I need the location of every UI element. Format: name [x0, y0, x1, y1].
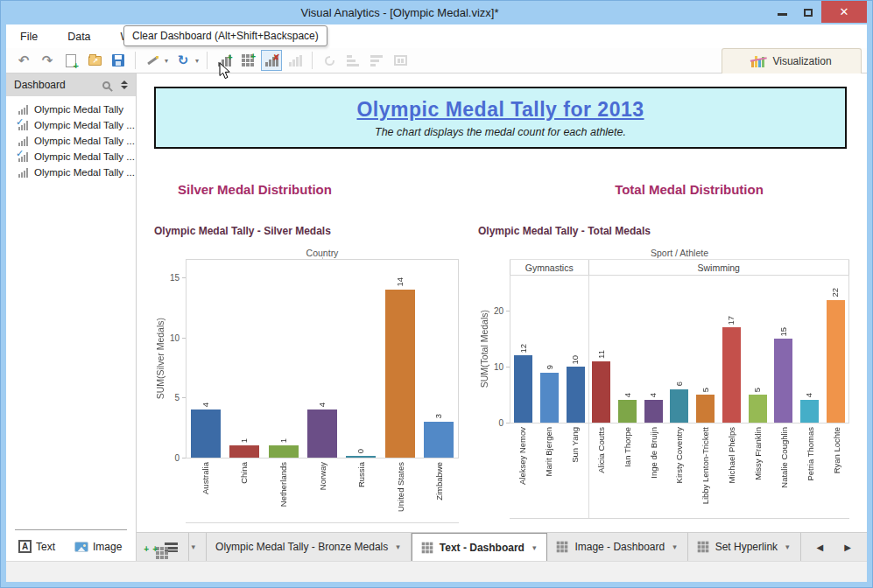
dashboard-canvas: Olympic Medal Tally for 2013 The chart d…	[137, 74, 867, 532]
swap-axes-button[interactable]	[319, 50, 340, 71]
tab-dropdown-arrow[interactable]: ▾	[785, 542, 790, 551]
new-file-button[interactable]	[60, 50, 81, 71]
tab-medals[interactable]: Medals ▾	[189, 533, 207, 561]
save-button[interactable]	[108, 50, 129, 71]
x-category: Libby Lenton-Trickett	[693, 424, 719, 518]
x-tick-label: Alicia Coutts	[596, 427, 606, 473]
tooltip-clear-dashboard: Clear Dashboard (Alt+Shift+Backspace)	[123, 25, 327, 46]
sort-ascending-button[interactable]	[342, 50, 363, 71]
visualization-tab[interactable]: Visualization	[722, 48, 862, 74]
sidebar-item-olympic-medal-tally-5[interactable]: Olympic Medal Tally ...	[6, 164, 136, 180]
tab-text-dashboard[interactable]: Text - Dashboard ▾	[412, 533, 548, 561]
visualization-icon	[751, 56, 766, 67]
y-axis-ticks: 01020	[490, 275, 510, 424]
y-tick-label: 10	[494, 362, 503, 372]
open-file-button[interactable]	[84, 50, 105, 71]
y-axis-ticks: 051015	[166, 259, 186, 458]
plot-area[interactable]: 41140143	[186, 259, 459, 458]
format-button[interactable]	[142, 50, 163, 71]
clear-dashboard-button[interactable]: ✘	[261, 50, 282, 71]
tab-scroll-left-button[interactable]: ◀	[817, 542, 824, 552]
bar-russia[interactable]: 0	[341, 260, 380, 458]
bar-libby-lenton-trickett[interactable]: 5	[693, 276, 719, 423]
undo-button[interactable]: ↶	[13, 50, 34, 71]
close-button[interactable]: ✕	[821, 1, 867, 23]
bar-petria-thomas[interactable]: 4	[797, 276, 823, 423]
bar-ryan-lochte[interactable]: 22	[822, 276, 848, 423]
total-medals-chart[interactable]: Sport / Athlete GymnasticsSwimming SUM(T…	[478, 248, 849, 519]
bar-value-label: 4	[623, 393, 632, 397]
bar-value-label: 9	[545, 365, 554, 369]
bar-value-label: 1	[278, 438, 288, 443]
bar-aleksey-nemov[interactable]: 12	[510, 276, 537, 423]
bar-united-states[interactable]: 14	[380, 260, 419, 458]
duplicate-worksheet-button[interactable]	[285, 50, 306, 71]
sidebar-item-olympic-medal-tally-3[interactable]: Olympic Medal Tally ...	[6, 133, 136, 149]
tab-dropdown-arrow[interactable]: ▾	[192, 542, 196, 551]
bar-norway[interactable]: 4	[303, 260, 341, 458]
toolbar-separator	[135, 52, 136, 69]
bar-natalie-coughlin[interactable]: 15	[771, 276, 797, 423]
search-icon[interactable]	[102, 81, 110, 89]
format-dropdown-arrow[interactable]: ▾	[165, 57, 168, 65]
tab-dropdown-arrow[interactable]: ▾	[396, 542, 400, 551]
x-tick-label: Natalie Coughlin	[779, 427, 789, 488]
presentation-icon	[394, 55, 407, 66]
x-category: China	[225, 458, 264, 522]
bar-netherlands[interactable]: 1	[264, 260, 303, 458]
x-category: Petria Thomas	[797, 424, 823, 518]
sidebar-item-olympic-medal-tally-2[interactable]: ✓ Olympic Medal Tally ...	[6, 117, 136, 133]
bar-sun-yang[interactable]: 10	[562, 276, 588, 423]
tab-bronze-medals[interactable]: Olympic Medal Tally - Bronze Medals ▾	[207, 533, 412, 561]
status-bar	[6, 561, 867, 582]
bar-alicia-coutts[interactable]: 11	[588, 276, 615, 423]
y-axis-label: SUM(Total Medals)	[478, 275, 490, 424]
x-tick-label: United States	[396, 462, 405, 512]
bar-kirsty-coventry[interactable]: 6	[666, 276, 693, 423]
bar-michael-phelps[interactable]: 17	[719, 276, 745, 423]
presentation-button[interactable]	[390, 50, 411, 71]
menu-file[interactable]: File	[17, 29, 41, 45]
bar-value-label: 4	[201, 402, 210, 407]
worksheet-checked-icon: ✓	[18, 152, 29, 162]
tab-label: Set Hyperlink	[715, 541, 778, 553]
sidebar-item-olympic-medal-tally-4[interactable]: ✓ Olympic Medal Tally ...	[6, 149, 136, 164]
silver-medals-chart[interactable]: Country SUM(Silver Medals) 051015 411401…	[154, 248, 459, 523]
refresh-dropdown-arrow[interactable]: ▾	[195, 57, 199, 65]
add-worksheet-button[interactable]: +	[214, 50, 235, 71]
sort-toggle-icon[interactable]	[121, 80, 128, 89]
maximize-button[interactable]	[795, 1, 821, 24]
image-tool-button[interactable]: Image	[74, 541, 122, 553]
dashboard-banner[interactable]: Olympic Medal Tally for 2013 The chart d…	[154, 87, 847, 149]
y-tick-label: 0	[174, 453, 180, 463]
tab-scroll-right-button[interactable]: ▶	[844, 542, 851, 552]
sidebar-item-olympic-medal-tally-1[interactable]: Olympic Medal Tally	[6, 102, 136, 117]
sort-descending-button[interactable]	[366, 50, 387, 71]
x-tick-label: Russia	[356, 462, 366, 487]
bar-missy-franklin[interactable]: 5	[744, 276, 771, 423]
minimize-button[interactable]	[769, 1, 795, 24]
tab-dropdown-arrow[interactable]: ▾	[672, 542, 677, 551]
text-tool-button[interactable]: A Text	[18, 540, 55, 553]
tab-image-dashboard[interactable]: Image - Dashboard ▾	[547, 533, 687, 561]
bar-value-label: 1	[239, 438, 249, 443]
menu-data[interactable]: Data	[64, 29, 94, 45]
bar-australia[interactable]: 4	[187, 260, 225, 458]
add-dashboard-button[interactable]: +	[237, 50, 258, 71]
bar-china[interactable]: 1	[225, 260, 264, 458]
bar-inge-de-bruijn[interactable]: 4	[640, 276, 666, 423]
bar-ian-thorpe[interactable]: 4	[615, 276, 641, 423]
bar-marit-bjergen[interactable]: 9	[537, 276, 563, 423]
bar-zimbabwe[interactable]: 3	[419, 260, 458, 458]
plot-area[interactable]: 1291011446517515422	[510, 275, 849, 424]
refresh-button[interactable]: ↻	[172, 50, 194, 71]
chart-title-silver: Olympic Medal Tally - Silver Medals	[154, 225, 331, 237]
tab-dropdown-arrow[interactable]: ▾	[532, 543, 537, 552]
redo-button[interactable]: ↷	[37, 50, 58, 71]
x-category: Michael Phelps	[719, 424, 745, 518]
tab-set-hyperlink[interactable]: Set Hyperlink ▾	[688, 533, 801, 561]
bar-value-label: 22	[830, 288, 840, 298]
dashboard-grid-icon	[697, 542, 708, 553]
sheet-list-icon[interactable]	[165, 542, 178, 552]
x-tick-label: Aleksey Nemov	[517, 427, 527, 485]
